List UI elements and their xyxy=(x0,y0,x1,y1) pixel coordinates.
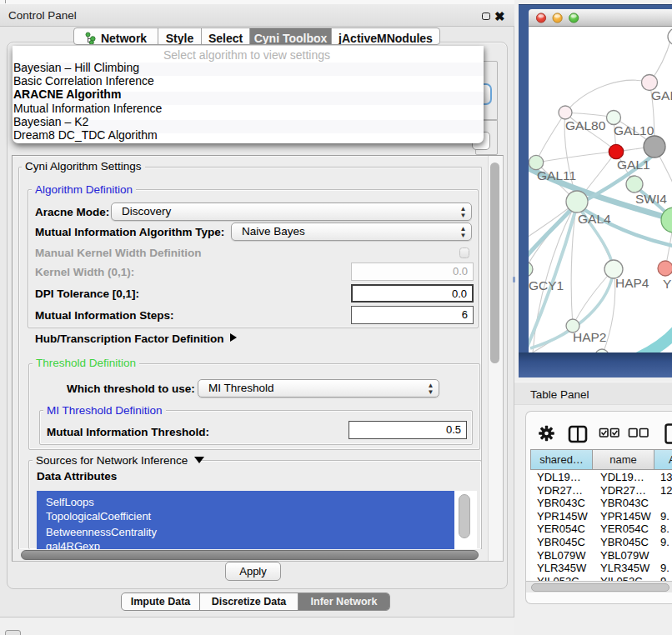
svg-text:GAL2: GAL2 xyxy=(651,88,672,102)
svg-text:GAL11: GAL11 xyxy=(537,168,576,182)
svg-text:SWI4: SWI4 xyxy=(635,192,667,206)
svg-text:GCY1: GCY1 xyxy=(529,278,564,292)
svg-text:GAL80: GAL80 xyxy=(565,118,606,132)
svg-text:HAP4: HAP4 xyxy=(615,276,649,290)
svg-text:YD: YD xyxy=(663,277,672,291)
svg-text:GAL1: GAL1 xyxy=(617,158,650,172)
svg-text:HAP2: HAP2 xyxy=(573,330,607,344)
svg-text:GAL10: GAL10 xyxy=(614,123,654,138)
svg-text:GAL4: GAL4 xyxy=(578,212,611,226)
